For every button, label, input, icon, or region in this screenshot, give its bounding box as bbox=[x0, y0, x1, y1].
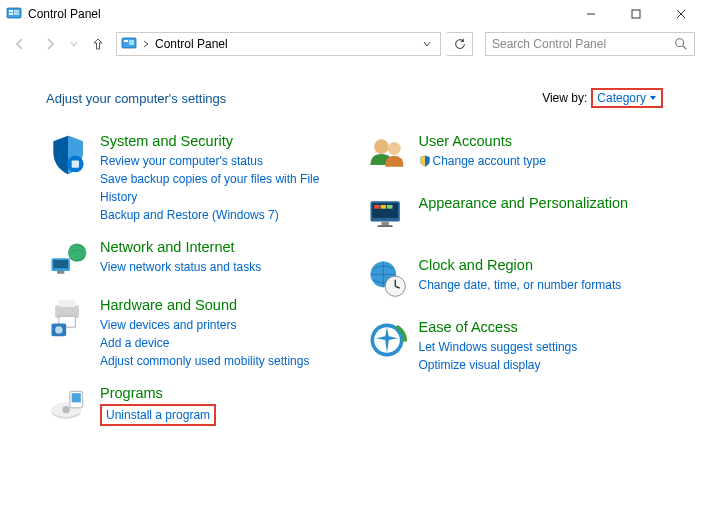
category-hardware: Hardware and Sound View devices and prin… bbox=[46, 296, 345, 370]
svg-rect-2 bbox=[9, 13, 13, 15]
category-system-security: System and Security Review your computer… bbox=[46, 132, 345, 224]
svg-rect-37 bbox=[377, 225, 392, 227]
link-devices-printers[interactable]: View devices and printers bbox=[100, 316, 345, 334]
svg-rect-34 bbox=[380, 205, 386, 209]
link-change-account-type[interactable]: Change account type bbox=[419, 152, 664, 170]
svg-point-30 bbox=[387, 142, 400, 155]
svg-rect-35 bbox=[387, 205, 393, 209]
breadcrumb[interactable]: Control Panel bbox=[155, 37, 414, 51]
programs-icon bbox=[46, 384, 90, 428]
search-input[interactable] bbox=[492, 37, 674, 51]
link-file-history[interactable]: Save backup copies of your files with Fi… bbox=[100, 170, 345, 206]
svg-point-29 bbox=[374, 139, 389, 154]
control-panel-icon bbox=[6, 6, 22, 22]
users-icon bbox=[365, 132, 409, 176]
svg-point-11 bbox=[676, 39, 684, 47]
link-backup-restore[interactable]: Backup and Restore (Windows 7) bbox=[100, 206, 345, 224]
category-title[interactable]: Hardware and Sound bbox=[100, 296, 345, 314]
svg-rect-20 bbox=[59, 300, 76, 307]
forward-button[interactable] bbox=[38, 32, 62, 56]
link-add-device[interactable]: Add a device bbox=[100, 334, 345, 352]
control-panel-icon bbox=[121, 36, 137, 52]
link-mobility-settings[interactable]: Adjust commonly used mobility settings bbox=[100, 352, 345, 370]
link-network-status[interactable]: View network status and tasks bbox=[100, 258, 345, 276]
clock-globe-icon bbox=[365, 256, 409, 300]
svg-line-12 bbox=[683, 46, 687, 50]
shield-icon bbox=[46, 132, 90, 176]
link-uninstall-program[interactable]: Uninstall a program bbox=[106, 408, 210, 422]
link-optimize-display[interactable]: Optimize visual display bbox=[419, 356, 664, 374]
view-by-label: View by: bbox=[542, 91, 587, 105]
content-area: Adjust your computer's settings View by:… bbox=[0, 60, 703, 438]
titlebar: Control Panel bbox=[0, 0, 703, 28]
category-network: Network and Internet View network status… bbox=[46, 238, 345, 282]
svg-rect-9 bbox=[124, 40, 128, 42]
maximize-button[interactable] bbox=[613, 0, 658, 28]
search-icon[interactable] bbox=[674, 37, 688, 51]
search-box[interactable] bbox=[485, 32, 695, 56]
shield-small-icon bbox=[419, 155, 431, 167]
svg-rect-5 bbox=[632, 10, 640, 18]
category-clock: Clock and Region Change date, time, or n… bbox=[365, 256, 664, 300]
address-bar[interactable]: Control Panel bbox=[116, 32, 441, 56]
svg-point-23 bbox=[55, 326, 62, 333]
printer-icon bbox=[46, 296, 90, 340]
svg-rect-17 bbox=[53, 260, 68, 268]
category-grid: System and Security Review your computer… bbox=[46, 132, 663, 428]
category-title[interactable]: User Accounts bbox=[419, 132, 664, 150]
monitor-icon bbox=[365, 194, 409, 238]
up-button[interactable] bbox=[86, 32, 110, 56]
category-title[interactable]: System and Security bbox=[100, 132, 345, 150]
category-title[interactable]: Ease of Access bbox=[419, 318, 664, 336]
close-button[interactable] bbox=[658, 0, 703, 28]
view-by-value: Category bbox=[597, 91, 646, 105]
view-by: View by: Category bbox=[542, 88, 663, 108]
nav-row: Control Panel bbox=[0, 28, 703, 60]
svg-rect-18 bbox=[57, 271, 64, 274]
category-user-accounts: User Accounts Change account type bbox=[365, 132, 664, 176]
category-programs: Programs Uninstall a program bbox=[46, 384, 345, 428]
svg-point-26 bbox=[63, 406, 70, 413]
window-title: Control Panel bbox=[28, 7, 568, 21]
minimize-button[interactable] bbox=[568, 0, 613, 28]
svg-rect-10 bbox=[129, 40, 134, 45]
svg-rect-3 bbox=[14, 10, 19, 15]
category-appearance: Appearance and Personalization bbox=[365, 194, 664, 238]
network-icon bbox=[46, 238, 90, 282]
ease-access-icon bbox=[365, 318, 409, 362]
category-title[interactable]: Appearance and Personalization bbox=[419, 194, 664, 212]
highlight-uninstall: Uninstall a program bbox=[100, 404, 216, 426]
chevron-down-icon bbox=[649, 95, 657, 101]
svg-rect-33 bbox=[374, 205, 380, 209]
view-by-selector[interactable]: Category bbox=[591, 88, 663, 108]
back-button[interactable] bbox=[8, 32, 32, 56]
recent-dropdown[interactable] bbox=[68, 32, 80, 56]
category-ease-access: Ease of Access Let Windows suggest setti… bbox=[365, 318, 664, 374]
link-review-status[interactable]: Review your computer's status bbox=[100, 152, 345, 170]
category-title[interactable]: Programs bbox=[100, 384, 345, 402]
link-suggest-settings[interactable]: Let Windows suggest settings bbox=[419, 338, 664, 356]
svg-rect-14 bbox=[72, 160, 79, 167]
page-heading: Adjust your computer's settings bbox=[46, 91, 542, 106]
link-change-date-formats[interactable]: Change date, time, or number formats bbox=[419, 276, 664, 294]
svg-rect-36 bbox=[381, 222, 388, 226]
chevron-right-icon[interactable] bbox=[141, 39, 151, 50]
address-dropdown[interactable] bbox=[418, 40, 436, 48]
category-title[interactable]: Clock and Region bbox=[419, 256, 664, 274]
category-title[interactable]: Network and Internet bbox=[100, 238, 345, 256]
svg-rect-28 bbox=[72, 393, 81, 402]
refresh-button[interactable] bbox=[447, 32, 473, 56]
svg-rect-1 bbox=[9, 10, 13, 12]
